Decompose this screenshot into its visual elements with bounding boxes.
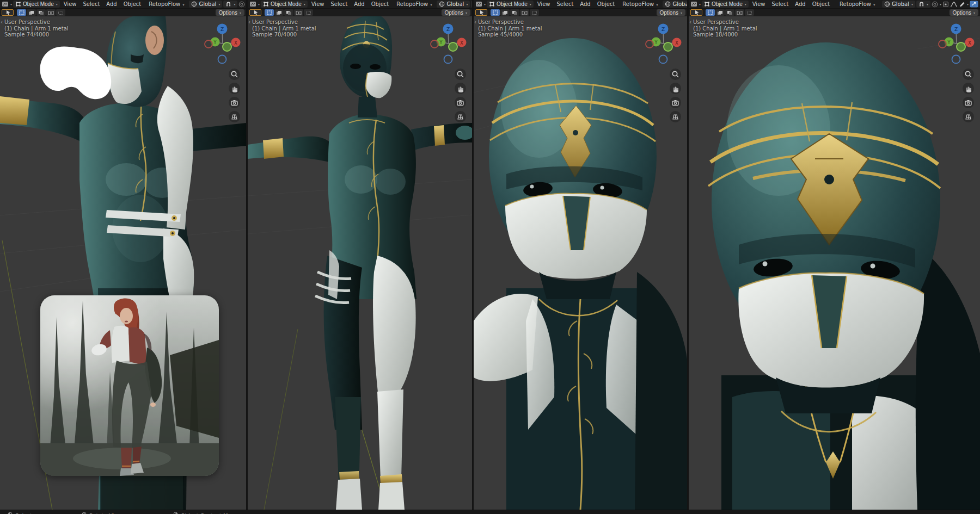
editor-type-icon[interactable] (2, 1, 9, 7)
zoom-icon[interactable] (455, 69, 466, 80)
transform-orientation-dropdown[interactable]: Global▾ (663, 1, 687, 8)
options-button[interactable]: Options▾ (442, 9, 470, 16)
options-button[interactable]: Options▾ (216, 9, 244, 16)
menu-object[interactable]: Object (595, 1, 618, 7)
menu-view[interactable]: View (61, 1, 79, 7)
menu-add[interactable]: Add (792, 1, 808, 7)
perspective-grid-icon[interactable] (963, 111, 974, 122)
menu-add[interactable]: Add (577, 1, 593, 7)
collapsed-toolbar-arrow[interactable]: ‹ (689, 19, 691, 25)
menu-add[interactable]: Add (351, 1, 367, 7)
select-intersect-tool[interactable] (745, 9, 754, 16)
select-box-tool[interactable] (706, 9, 715, 16)
select-invert-tool[interactable] (520, 9, 529, 16)
select-box-tool[interactable] (17, 9, 26, 16)
select-invert-tool[interactable] (46, 9, 56, 16)
menu-view[interactable]: View (535, 1, 553, 7)
proportional-editing-icon[interactable] (238, 1, 245, 8)
select-box-tool[interactable] (491, 9, 500, 16)
transform-orientation-dropdown[interactable]: Global▾ (437, 1, 470, 8)
pan-hand-icon[interactable] (670, 83, 681, 94)
active-tool-button[interactable] (2, 9, 14, 16)
menu-select[interactable]: Select (554, 1, 576, 7)
pan-hand-icon[interactable] (455, 83, 466, 94)
menu-retopoflow[interactable]: RetopoFlow ▾ (146, 1, 187, 7)
zoom-icon[interactable] (229, 69, 240, 80)
menu-retopoflow[interactable]: RetopoFlow ▾ (837, 1, 878, 7)
menu-retopoflow[interactable]: RetopoFlow ▾ (620, 1, 660, 7)
select-extend-tool[interactable] (500, 9, 510, 16)
select-subtract-tool[interactable] (725, 9, 734, 16)
zoom-icon[interactable] (670, 69, 681, 80)
options-button[interactable]: Options▾ (950, 9, 978, 16)
collapsed-toolbar-arrow[interactable]: ‹ (1, 19, 3, 25)
snapping-dropdown[interactable]: ▾ (916, 1, 930, 8)
select-invert-tool[interactable] (294, 9, 303, 16)
menu-object[interactable]: Object (810, 1, 833, 7)
select-extend-tool[interactable] (715, 9, 725, 16)
pan-hand-icon[interactable] (963, 83, 974, 94)
menu-view[interactable]: View (309, 1, 327, 7)
mode-selector[interactable]: Object Mode ▾ (13, 1, 60, 8)
camera-icon[interactable] (229, 97, 240, 108)
mode-selector[interactable]: Object Mode ▾ (487, 1, 534, 8)
editor-type-icon[interactable] (249, 1, 256, 7)
collapsed-toolbar-arrow[interactable]: ‹ (248, 19, 250, 25)
menu-select[interactable]: Select (328, 1, 350, 7)
mode-label: Object Mode (23, 1, 54, 7)
navigation-gizmo[interactable]: Z Y X (938, 20, 977, 66)
select-subtract-tool[interactable] (510, 9, 519, 16)
active-tool-button[interactable] (249, 9, 261, 16)
menu-object[interactable]: Object (369, 1, 392, 7)
mode-selector[interactable]: Object Mode ▾ (261, 1, 308, 8)
snapping-dropdown[interactable]: ▾ (223, 1, 237, 8)
editor-type-icon[interactable] (475, 1, 482, 7)
menu-retopoflow[interactable]: RetopoFlow ▾ (394, 1, 434, 7)
select-extend-tool[interactable] (27, 9, 36, 16)
menu-view[interactable]: View (750, 1, 768, 7)
navigation-gizmo[interactable]: Z Y X (430, 20, 469, 66)
viewport-header: ▾ Object Mode ▾ View Select Add Object R… (0, 0, 246, 16)
pan-hand-icon[interactable] (229, 83, 240, 94)
annotate-pen-icon[interactable] (959, 1, 965, 8)
active-tool-button[interactable] (690, 9, 702, 16)
select-invert-tool[interactable] (735, 9, 744, 16)
snapping-dropdown[interactable]: ▾ (471, 1, 472, 8)
camera-icon[interactable] (670, 97, 681, 108)
menu-add[interactable]: Add (103, 1, 119, 7)
proportional-editing-icon[interactable] (932, 1, 938, 8)
mode-selector[interactable]: Object Mode ▾ (702, 1, 749, 8)
camera-icon[interactable] (963, 97, 974, 108)
options-button[interactable]: Options▾ (657, 9, 685, 16)
transform-orientation-dropdown[interactable]: Global▾ (189, 1, 222, 8)
falloff-curve-icon[interactable] (950, 1, 958, 8)
menu-select[interactable]: Select (769, 1, 791, 7)
viewport-canvas-3[interactable]: ‹ User Perspective (1) Chain | Arm 1 met… (474, 16, 687, 510)
xray-toggle-icon[interactable] (970, 1, 978, 8)
select-subtract-tool[interactable] (284, 9, 293, 16)
transform-orientation-dropdown[interactable]: Global▾ (882, 1, 915, 8)
navigation-gizmo[interactable]: Z Y X (645, 20, 684, 66)
select-subtract-tool[interactable] (36, 9, 46, 16)
viewport-canvas-2[interactable]: ‹ User Perspective (1) Chain | Arm 1 met… (248, 16, 472, 510)
collapsed-toolbar-arrow[interactable]: ‹ (474, 19, 476, 25)
select-box-tool[interactable] (265, 9, 274, 16)
perspective-grid-icon[interactable] (670, 111, 681, 122)
menu-object[interactable]: Object (121, 1, 144, 7)
navigation-gizmo[interactable]: Z Y X (204, 20, 243, 66)
select-intersect-tool[interactable] (56, 9, 65, 16)
character-render-head-closeup (474, 16, 687, 510)
active-tool-button[interactable] (475, 9, 487, 16)
snap-target-icon[interactable] (942, 1, 949, 8)
select-extend-tool[interactable] (274, 9, 284, 16)
zoom-icon[interactable] (963, 69, 974, 80)
select-intersect-tool[interactable] (530, 9, 539, 16)
menu-select[interactable]: Select (80, 1, 102, 7)
camera-icon[interactable] (455, 97, 466, 108)
reference-image-overlay[interactable] (40, 295, 219, 476)
editor-type-icon[interactable] (690, 1, 697, 7)
viewport-canvas-4[interactable]: ‹ User Perspective (1) Chain | Arm 1 met… (689, 16, 980, 510)
select-intersect-tool[interactable] (304, 9, 313, 16)
perspective-grid-icon[interactable] (455, 111, 466, 122)
perspective-grid-icon[interactable] (229, 111, 240, 122)
